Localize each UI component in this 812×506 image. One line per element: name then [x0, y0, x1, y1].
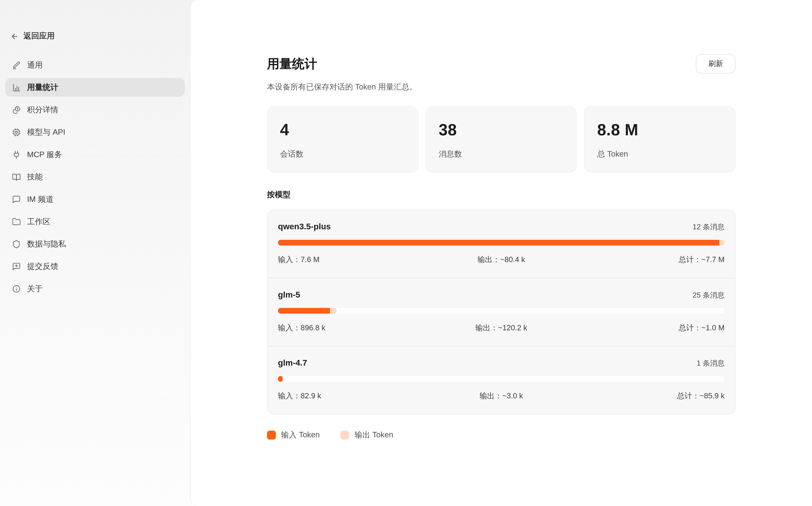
back-label: 返回应用 [23, 31, 55, 41]
total-tokens-count: 8.8 M [597, 121, 722, 140]
model-name: glm-5 [278, 290, 300, 300]
model-output-tokens: 输出：~80.4 k [427, 255, 576, 265]
model-row-glm5: glm-5 25 条消息 输入：896.8 k 输出：~120.2 k 总计：~… [268, 278, 735, 346]
model-input-tokens: 输入：896.8 k [278, 323, 427, 333]
sessions-label: 会话数 [280, 149, 405, 159]
sidebar-item-skills[interactable]: 技能 [5, 168, 185, 186]
sidebar-item-label: 通用 [27, 60, 43, 70]
sidebar-item-label: 关于 [27, 284, 43, 293]
sidebar-item-label: 技能 [27, 172, 43, 182]
sidebar-item-mcp[interactable]: MCP 服务 [5, 145, 185, 164]
refresh-button[interactable]: 刷新 [696, 54, 736, 73]
folder-icon [12, 217, 21, 226]
total-tokens-label: 总 Token [597, 149, 722, 159]
bar-output-segment [283, 376, 283, 382]
plug-icon [12, 150, 21, 159]
output-token-swatch [341, 431, 349, 439]
by-model-section-title: 按模型 [267, 190, 736, 200]
bar-chart-icon [12, 83, 21, 92]
chat-bubble-icon [12, 195, 21, 203]
page-title: 用量统计 [267, 55, 317, 72]
model-message-count: 1 条消息 [697, 359, 725, 368]
main-panel: 用量统计 刷新 本设备所有已保存对话的 Token 用量汇总。 4 会话数 38… [190, 0, 812, 506]
bar-input-segment [278, 376, 283, 382]
model-output-tokens: 输出：~120.2 k [427, 323, 576, 333]
model-name: glm-4.7 [278, 358, 307, 368]
sidebar-item-label: IM 频道 [27, 194, 54, 204]
model-total-tokens: 总计：~7.7 M [576, 255, 725, 265]
token-legend: 输入 Token 输出 Token [267, 430, 736, 440]
cpu-icon [12, 128, 21, 137]
page-header: 用量统计 刷新 [267, 54, 736, 73]
sidebar-item-label: MCP 服务 [27, 150, 62, 160]
sidebar-item-feedback[interactable]: 提交反馈 [5, 257, 185, 276]
model-total-tokens: 总计：~85.9 k [576, 391, 725, 401]
sidebar-item-label: 模型与 API [27, 127, 65, 137]
input-token-swatch [267, 431, 276, 439]
model-row-glm47: glm-4.7 1 条消息 输入：82.9 k 输出：~3.0 k 总计：~85… [268, 346, 735, 414]
model-name: qwen3.5-plus [278, 222, 330, 232]
model-input-tokens: 输入：82.9 k [278, 391, 427, 401]
model-usage-card: qwen3.5-plus 12 条消息 输入：7.6 M 输出：~80.4 k … [267, 209, 736, 415]
sidebar-item-usage-stats[interactable]: 用量统计 [5, 78, 185, 97]
usage-stats-page: 用量统计 刷新 本设备所有已保存对话的 Token 用量汇总。 4 会话数 38… [267, 0, 736, 440]
sidebar: 返回应用 通用 用量统计 积分详情 模型与 API MCP 服务 [0, 0, 190, 506]
model-message-count: 12 条消息 [692, 223, 725, 232]
stat-card-sessions: 4 会话数 [267, 106, 418, 173]
model-total-tokens: 总计：~1.0 M [576, 323, 725, 333]
sidebar-item-about[interactable]: 关于 [5, 279, 185, 298]
page-subtitle: 本设备所有已保存对话的 Token 用量汇总。 [267, 82, 736, 92]
coins-icon [12, 105, 21, 114]
legend-output-token: 输出 Token [341, 430, 393, 440]
sidebar-item-label: 工作区 [27, 217, 51, 227]
sidebar-item-label: 数据与隐私 [27, 239, 66, 249]
sidebar-item-credits[interactable]: 积分详情 [5, 100, 185, 119]
back-to-app-button[interactable]: 返回应用 [10, 31, 55, 41]
model-input-tokens: 输入：7.6 M [278, 255, 427, 265]
messages-count: 38 [439, 121, 564, 140]
pencil-icon [12, 61, 21, 69]
feedback-plus-icon [12, 262, 21, 271]
model-row-qwen: qwen3.5-plus 12 条消息 输入：7.6 M 输出：~80.4 k … [268, 210, 735, 278]
sidebar-item-workspace[interactable]: 工作区 [5, 212, 185, 231]
model-message-count: 25 条消息 [692, 291, 725, 300]
token-bar-track [278, 308, 725, 314]
sidebar-item-label: 用量统计 [27, 82, 58, 92]
arrow-left-icon [10, 32, 19, 40]
token-bar-track [278, 240, 725, 246]
sidebar-item-privacy[interactable]: 数据与隐私 [5, 235, 185, 253]
shield-icon [12, 240, 21, 248]
book-open-icon [12, 172, 21, 181]
model-output-tokens: 输出：~3.0 k [427, 391, 576, 401]
sidebar-item-general[interactable]: 通用 [5, 56, 185, 74]
bar-input-segment [278, 240, 719, 246]
settings-window: 返回应用 通用 用量统计 积分详情 模型与 API MCP 服务 [0, 0, 812, 506]
stat-cards: 4 会话数 38 消息数 8.8 M 总 Token [267, 106, 736, 173]
sessions-count: 4 [280, 121, 405, 140]
bar-input-segment [278, 308, 329, 314]
token-bar-track [278, 376, 725, 382]
bar-output-segment [330, 308, 337, 314]
sidebar-item-models-api[interactable]: 模型与 API [5, 122, 185, 141]
legend-input-label: 输入 Token [281, 430, 320, 440]
legend-output-label: 输出 Token [355, 430, 393, 440]
sidebar-item-label: 积分详情 [27, 105, 58, 115]
stat-card-messages: 38 消息数 [426, 106, 577, 173]
sidebar-item-im-channels[interactable]: IM 频道 [5, 190, 185, 208]
sidebar-nav: 通用 用量统计 积分详情 模型与 API MCP 服务 技能 [0, 56, 190, 298]
bar-output-segment [719, 240, 724, 246]
sidebar-item-label: 提交反馈 [27, 261, 58, 271]
stat-card-total-tokens: 8.8 M 总 Token [584, 106, 736, 173]
legend-input-token: 输入 Token [267, 430, 320, 440]
info-icon [12, 284, 21, 293]
messages-label: 消息数 [439, 149, 564, 159]
